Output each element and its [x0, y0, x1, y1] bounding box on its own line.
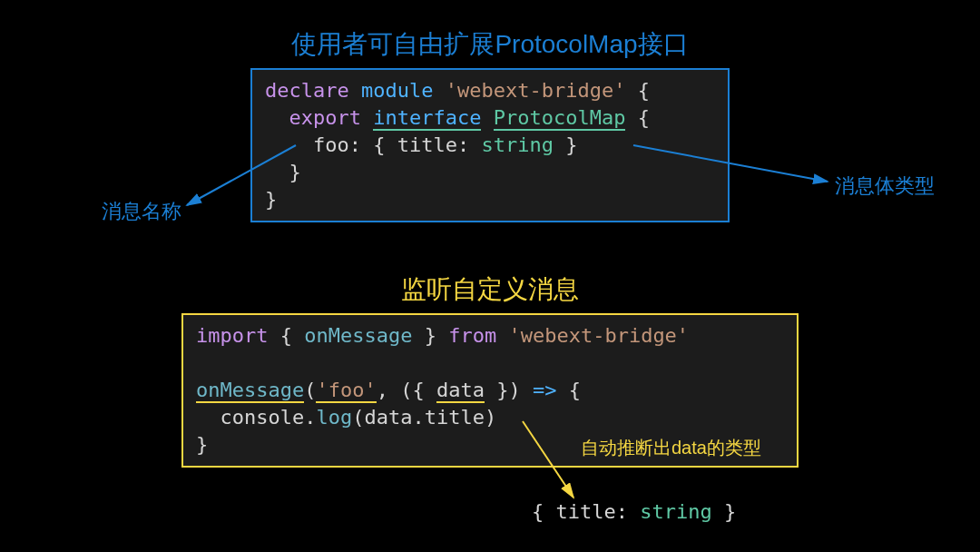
kw-module: module	[361, 79, 433, 102]
prop-title: title	[425, 406, 485, 429]
label-auto-infer: 自动推断出data的类型	[581, 436, 761, 460]
kw-declare: declare	[265, 79, 349, 102]
brace: {	[638, 79, 650, 102]
code-block-declare: declare module 'webext-bridge' { export …	[250, 68, 730, 222]
brace: {	[280, 324, 292, 347]
comma: ,	[377, 379, 388, 401]
heading-protocolmap: 使用者可自由扩展ProtocolMap接口	[291, 27, 688, 62]
brace: }	[565, 133, 577, 156]
brace: }	[265, 188, 277, 211]
arrow: =>	[533, 379, 557, 401]
ident-data: data	[364, 406, 412, 429]
kw-interface: interface	[373, 106, 481, 131]
destr-open: ({	[400, 379, 425, 401]
call-onmessage: onMessage	[196, 379, 304, 403]
dot: .	[304, 406, 316, 429]
brace: }	[289, 161, 301, 183]
brace: {	[569, 379, 581, 401]
prop-title: title	[556, 500, 616, 523]
paren: )	[485, 406, 496, 429]
label-message-name: 消息名称	[102, 198, 181, 225]
kw-import: import	[196, 324, 268, 347]
str-pkg: 'webext-bridge'	[508, 324, 689, 347]
type-string: string	[640, 500, 711, 523]
label-message-body-type: 消息体类型	[835, 172, 935, 200]
kw-export: export	[289, 106, 361, 129]
type-string: string	[481, 133, 553, 156]
dot: .	[412, 406, 424, 429]
prop-title: title	[397, 133, 457, 156]
paren: (	[304, 379, 316, 401]
paren: (	[352, 406, 364, 429]
fn-log: log	[316, 406, 352, 429]
ident-console: console	[220, 406, 305, 429]
brace: {	[373, 133, 385, 156]
brace: }	[425, 324, 436, 347]
destr-close: })	[496, 379, 521, 401]
key-foo: foo	[313, 133, 349, 156]
kw-from: from	[448, 324, 496, 347]
ident-data: data	[436, 379, 485, 403]
str-pkg: 'webext-bridge'	[446, 79, 626, 102]
ident-onmessage: onMessage	[304, 324, 412, 347]
brace: {	[638, 106, 650, 129]
type-protocolmap: ProtocolMap	[494, 106, 626, 131]
inferred-type: { title: string }	[523, 495, 802, 529]
brace: }	[196, 433, 208, 456]
colon: :	[616, 500, 628, 523]
colon: :	[349, 133, 361, 156]
arg-foo: 'foo'	[316, 379, 376, 403]
brace: {	[532, 500, 544, 523]
colon: :	[457, 133, 469, 156]
brace: }	[724, 500, 736, 523]
heading-listen: 监听自定义消息	[401, 272, 579, 307]
